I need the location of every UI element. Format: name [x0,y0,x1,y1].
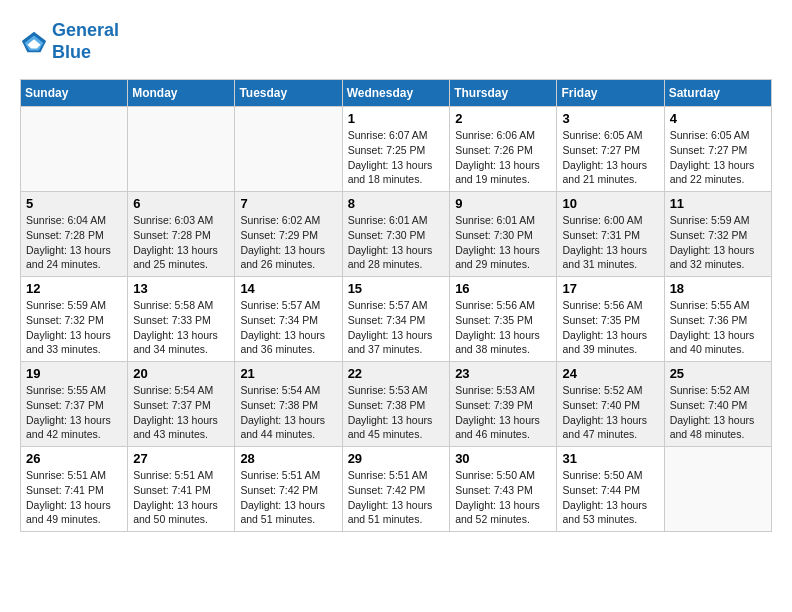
header-day-friday: Friday [557,80,664,107]
day-info: Sunrise: 6:01 AM Sunset: 7:30 PM Dayligh… [455,213,551,272]
calendar-cell: 13Sunrise: 5:58 AM Sunset: 7:33 PM Dayli… [128,277,235,362]
calendar-cell: 26Sunrise: 5:51 AM Sunset: 7:41 PM Dayli… [21,447,128,532]
calendar-cell [128,107,235,192]
day-info: Sunrise: 5:52 AM Sunset: 7:40 PM Dayligh… [562,383,658,442]
day-info: Sunrise: 6:06 AM Sunset: 7:26 PM Dayligh… [455,128,551,187]
calendar-cell [21,107,128,192]
calendar-cell: 24Sunrise: 5:52 AM Sunset: 7:40 PM Dayli… [557,362,664,447]
day-info: Sunrise: 5:55 AM Sunset: 7:37 PM Dayligh… [26,383,122,442]
day-number: 24 [562,366,658,381]
day-number: 26 [26,451,122,466]
day-info: Sunrise: 6:05 AM Sunset: 7:27 PM Dayligh… [562,128,658,187]
calendar-cell [664,447,771,532]
calendar-week-1: 1Sunrise: 6:07 AM Sunset: 7:25 PM Daylig… [21,107,772,192]
day-info: Sunrise: 5:53 AM Sunset: 7:39 PM Dayligh… [455,383,551,442]
day-info: Sunrise: 5:59 AM Sunset: 7:32 PM Dayligh… [26,298,122,357]
day-info: Sunrise: 6:02 AM Sunset: 7:29 PM Dayligh… [240,213,336,272]
day-number: 21 [240,366,336,381]
calendar-week-5: 26Sunrise: 5:51 AM Sunset: 7:41 PM Dayli… [21,447,772,532]
day-info: Sunrise: 6:07 AM Sunset: 7:25 PM Dayligh… [348,128,445,187]
calendar-cell: 10Sunrise: 6:00 AM Sunset: 7:31 PM Dayli… [557,192,664,277]
day-info: Sunrise: 6:00 AM Sunset: 7:31 PM Dayligh… [562,213,658,272]
day-info: Sunrise: 6:03 AM Sunset: 7:28 PM Dayligh… [133,213,229,272]
day-number: 6 [133,196,229,211]
calendar-cell: 12Sunrise: 5:59 AM Sunset: 7:32 PM Dayli… [21,277,128,362]
day-info: Sunrise: 5:57 AM Sunset: 7:34 PM Dayligh… [348,298,445,357]
calendar-week-3: 12Sunrise: 5:59 AM Sunset: 7:32 PM Dayli… [21,277,772,362]
day-number: 14 [240,281,336,296]
calendar-cell: 19Sunrise: 5:55 AM Sunset: 7:37 PM Dayli… [21,362,128,447]
day-info: Sunrise: 5:53 AM Sunset: 7:38 PM Dayligh… [348,383,445,442]
header-day-monday: Monday [128,80,235,107]
day-number: 22 [348,366,445,381]
day-info: Sunrise: 6:01 AM Sunset: 7:30 PM Dayligh… [348,213,445,272]
day-info: Sunrise: 5:52 AM Sunset: 7:40 PM Dayligh… [670,383,766,442]
day-number: 13 [133,281,229,296]
day-info: Sunrise: 5:56 AM Sunset: 7:35 PM Dayligh… [562,298,658,357]
calendar-cell: 29Sunrise: 5:51 AM Sunset: 7:42 PM Dayli… [342,447,450,532]
day-number: 25 [670,366,766,381]
day-number: 29 [348,451,445,466]
header-day-tuesday: Tuesday [235,80,342,107]
day-info: Sunrise: 5:51 AM Sunset: 7:42 PM Dayligh… [240,468,336,527]
page-header: General Blue [20,20,772,63]
calendar-cell: 4Sunrise: 6:05 AM Sunset: 7:27 PM Daylig… [664,107,771,192]
day-number: 17 [562,281,658,296]
day-number: 11 [670,196,766,211]
calendar-week-2: 5Sunrise: 6:04 AM Sunset: 7:28 PM Daylig… [21,192,772,277]
calendar-cell: 3Sunrise: 6:05 AM Sunset: 7:27 PM Daylig… [557,107,664,192]
day-info: Sunrise: 6:05 AM Sunset: 7:27 PM Dayligh… [670,128,766,187]
calendar-cell: 16Sunrise: 5:56 AM Sunset: 7:35 PM Dayli… [450,277,557,362]
day-number: 18 [670,281,766,296]
day-number: 31 [562,451,658,466]
calendar-cell: 28Sunrise: 5:51 AM Sunset: 7:42 PM Dayli… [235,447,342,532]
day-info: Sunrise: 6:04 AM Sunset: 7:28 PM Dayligh… [26,213,122,272]
day-number: 28 [240,451,336,466]
calendar-week-4: 19Sunrise: 5:55 AM Sunset: 7:37 PM Dayli… [21,362,772,447]
header-day-thursday: Thursday [450,80,557,107]
day-number: 19 [26,366,122,381]
calendar-cell: 7Sunrise: 6:02 AM Sunset: 7:29 PM Daylig… [235,192,342,277]
calendar-cell: 14Sunrise: 5:57 AM Sunset: 7:34 PM Dayli… [235,277,342,362]
day-number: 23 [455,366,551,381]
day-number: 3 [562,111,658,126]
calendar-cell: 18Sunrise: 5:55 AM Sunset: 7:36 PM Dayli… [664,277,771,362]
calendar-cell: 17Sunrise: 5:56 AM Sunset: 7:35 PM Dayli… [557,277,664,362]
day-number: 5 [26,196,122,211]
calendar-cell: 20Sunrise: 5:54 AM Sunset: 7:37 PM Dayli… [128,362,235,447]
calendar-cell: 21Sunrise: 5:54 AM Sunset: 7:38 PM Dayli… [235,362,342,447]
calendar-cell [235,107,342,192]
calendar-cell: 27Sunrise: 5:51 AM Sunset: 7:41 PM Dayli… [128,447,235,532]
calendar-cell: 6Sunrise: 6:03 AM Sunset: 7:28 PM Daylig… [128,192,235,277]
day-number: 2 [455,111,551,126]
calendar-cell: 9Sunrise: 6:01 AM Sunset: 7:30 PM Daylig… [450,192,557,277]
logo-text: General Blue [52,20,119,63]
day-info: Sunrise: 5:50 AM Sunset: 7:44 PM Dayligh… [562,468,658,527]
calendar-cell: 15Sunrise: 5:57 AM Sunset: 7:34 PM Dayli… [342,277,450,362]
day-number: 30 [455,451,551,466]
day-info: Sunrise: 5:51 AM Sunset: 7:42 PM Dayligh… [348,468,445,527]
calendar-cell: 25Sunrise: 5:52 AM Sunset: 7:40 PM Dayli… [664,362,771,447]
day-info: Sunrise: 5:59 AM Sunset: 7:32 PM Dayligh… [670,213,766,272]
calendar-cell: 11Sunrise: 5:59 AM Sunset: 7:32 PM Dayli… [664,192,771,277]
day-number: 16 [455,281,551,296]
day-number: 9 [455,196,551,211]
calendar-cell: 5Sunrise: 6:04 AM Sunset: 7:28 PM Daylig… [21,192,128,277]
day-info: Sunrise: 5:50 AM Sunset: 7:43 PM Dayligh… [455,468,551,527]
day-info: Sunrise: 5:54 AM Sunset: 7:38 PM Dayligh… [240,383,336,442]
day-info: Sunrise: 5:58 AM Sunset: 7:33 PM Dayligh… [133,298,229,357]
day-number: 4 [670,111,766,126]
calendar-cell: 2Sunrise: 6:06 AM Sunset: 7:26 PM Daylig… [450,107,557,192]
calendar-cell: 1Sunrise: 6:07 AM Sunset: 7:25 PM Daylig… [342,107,450,192]
day-info: Sunrise: 5:56 AM Sunset: 7:35 PM Dayligh… [455,298,551,357]
calendar-cell: 30Sunrise: 5:50 AM Sunset: 7:43 PM Dayli… [450,447,557,532]
day-number: 10 [562,196,658,211]
day-number: 15 [348,281,445,296]
calendar-cell: 8Sunrise: 6:01 AM Sunset: 7:30 PM Daylig… [342,192,450,277]
day-number: 12 [26,281,122,296]
day-info: Sunrise: 5:54 AM Sunset: 7:37 PM Dayligh… [133,383,229,442]
header-day-saturday: Saturday [664,80,771,107]
day-number: 20 [133,366,229,381]
logo-icon [20,28,48,56]
calendar-cell: 31Sunrise: 5:50 AM Sunset: 7:44 PM Dayli… [557,447,664,532]
